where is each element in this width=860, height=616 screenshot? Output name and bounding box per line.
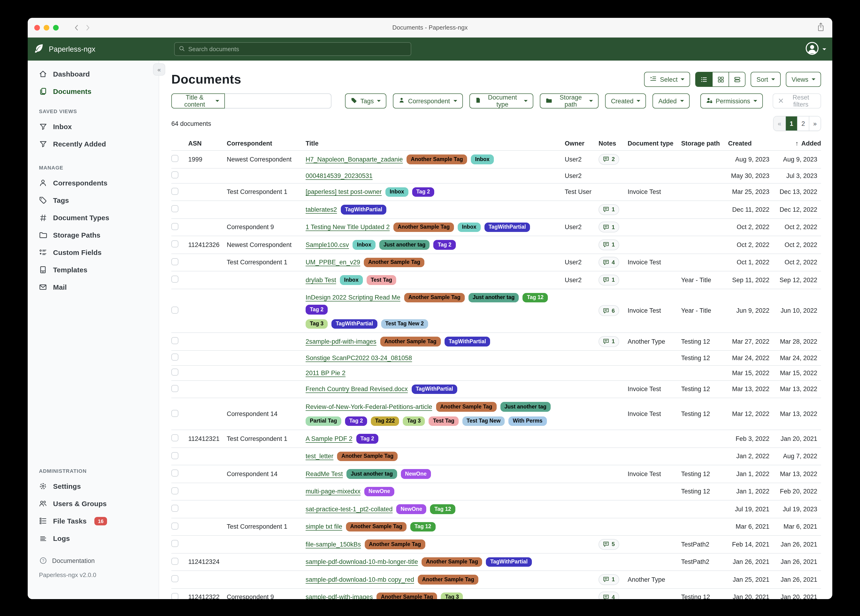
document-title-link[interactable]: file-sample_150kBs	[306, 541, 361, 548]
notes-count-badge[interactable]: 4	[598, 257, 619, 268]
row-checkbox[interactable]	[171, 240, 178, 248]
tag-badge[interactable]: Test Tag	[429, 416, 459, 426]
row-checkbox[interactable]	[171, 575, 178, 582]
row-checkbox[interactable]	[171, 223, 178, 230]
tag-badge[interactable]: Partial Tag	[306, 416, 341, 426]
sort-button[interactable]: Sort	[751, 72, 781, 87]
share-icon[interactable]	[817, 22, 825, 34]
global-search[interactable]	[174, 42, 411, 56]
document-title-link[interactable]: 0004814539_20230531	[306, 172, 372, 179]
tag-badge[interactable]: Tag 12	[430, 504, 455, 514]
row-checkbox[interactable]	[171, 410, 178, 417]
document-title-link[interactable]: H7_Napoleon_Bonaparte_zadanie	[306, 156, 403, 163]
notes-count-badge[interactable]: 1	[598, 239, 619, 250]
row-checkbox[interactable]	[171, 385, 178, 392]
document-type-filter-button[interactable]: Document type	[469, 93, 533, 108]
document-title-link[interactable]: simple txt file	[306, 523, 342, 530]
tag-badge[interactable]: NewOne	[396, 504, 427, 514]
tag-badge[interactable]: Inbox	[458, 222, 480, 232]
search-input[interactable]	[188, 46, 406, 53]
row-checkbox[interactable]	[171, 369, 178, 376]
document-title-link[interactable]: drylab Test	[306, 277, 336, 284]
sidebar-item-templates[interactable]: Templates	[28, 261, 159, 278]
notes-count-badge[interactable]: 2	[598, 154, 619, 165]
document-title-link[interactable]: French Country Bread Revised.docx	[306, 386, 408, 393]
sidebar-item-storage-paths[interactable]: Storage Paths	[28, 226, 159, 244]
row-checkbox[interactable]	[171, 540, 178, 547]
views-button[interactable]: Views	[786, 72, 821, 87]
tag-badge[interactable]: TagWithPartial	[341, 205, 386, 214]
row-checkbox[interactable]	[171, 258, 178, 265]
tag-badge[interactable]: NewOne	[401, 469, 431, 479]
document-title-link[interactable]: sample-pdf-download-10-mb-longer-title	[306, 558, 418, 566]
sidebar-item-correspondents[interactable]: Correspondents	[28, 174, 159, 192]
sidebar-item-custom-fields[interactable]: Custom Fields	[28, 244, 159, 261]
tag-badge[interactable]: Tag 2	[306, 305, 328, 314]
sidebar-item-documents[interactable]: Documents	[28, 83, 159, 100]
row-checkbox[interactable]	[171, 558, 178, 565]
document-title-link[interactable]: 1 Testing New Title Updated 2	[306, 224, 390, 231]
tags-filter-button[interactable]: Tags	[345, 93, 386, 108]
row-checkbox[interactable]	[171, 188, 178, 195]
row-checkbox[interactable]	[171, 155, 178, 162]
row-checkbox[interactable]	[171, 505, 178, 512]
notes-count-badge[interactable]: 1	[598, 204, 619, 215]
tag-badge[interactable]: Another Sample Tag	[436, 402, 496, 412]
tag-badge[interactable]: Another Sample Tag	[418, 575, 479, 584]
tag-badge[interactable]: TagWithPartial	[485, 222, 530, 232]
document-title-link[interactable]: Review-of-New-York-Federal-Petitions-art…	[306, 403, 432, 410]
document-title-link[interactable]: UM_PPBE_en_v29	[306, 259, 360, 266]
pagination-page-2[interactable]: 2	[797, 116, 809, 130]
tag-badge[interactable]: Another Sample Tag	[380, 337, 441, 346]
document-title-link[interactable]: test_letter	[306, 453, 334, 460]
view-list-button[interactable]	[696, 72, 712, 86]
tag-badge[interactable]: Another Sample Tag	[337, 451, 398, 461]
pagination-next-button[interactable]: »	[809, 116, 821, 130]
owner-header[interactable]: Owner	[565, 138, 598, 151]
documentation-link[interactable]: ? Documentation	[28, 553, 159, 568]
created-filter-button[interactable]: Created	[605, 93, 646, 108]
document-title-link[interactable]: sample-pdf-with-images	[306, 594, 373, 599]
sidebar-item-tags[interactable]: Tags	[28, 192, 159, 209]
row-checkbox[interactable]	[171, 171, 178, 178]
sidebar-collapse-button[interactable]: «	[153, 63, 165, 75]
notes-header[interactable]: Notes	[598, 138, 628, 151]
notes-count-badge[interactable]: 4	[598, 592, 619, 599]
tag-badge[interactable]: Another Sample Tag	[393, 222, 454, 232]
tag-badge[interactable]: Another Sample Tag	[377, 592, 437, 599]
tag-badge[interactable]: Tag 2	[412, 187, 434, 197]
tag-badge[interactable]: Another Sample Tag	[422, 557, 482, 567]
title-content-filter-button[interactable]: Title & content	[171, 93, 225, 108]
sidebar-item-dashboard[interactable]: Dashboard	[28, 65, 159, 83]
notes-count-badge[interactable]: 1	[598, 574, 619, 585]
tag-badge[interactable]: Inbox	[471, 154, 494, 164]
row-checkbox[interactable]	[171, 470, 178, 477]
document-title-link[interactable]: InDesign 2022 Scripting Read Me	[306, 294, 400, 301]
row-checkbox[interactable]	[171, 206, 178, 212]
row-checkbox[interactable]	[171, 593, 178, 599]
document-title-link[interactable]: tablerates2	[306, 206, 337, 213]
notes-count-badge[interactable]: 5	[598, 539, 619, 550]
row-checkbox[interactable]	[171, 452, 178, 459]
document-type-header[interactable]: Document type	[628, 138, 681, 151]
sidebar-item-logs[interactable]: Logs	[28, 530, 159, 547]
document-title-link[interactable]: Sonstige ScanPC2022 03-24_081058	[306, 354, 412, 361]
sidebar-item-file-tasks[interactable]: File Tasks 16	[28, 512, 159, 530]
created-header[interactable]: Created	[728, 138, 773, 151]
sidebar-item-document-types[interactable]: Document Types	[28, 209, 159, 226]
tag-badge[interactable]: Tag 12	[410, 522, 435, 531]
document-title-link[interactable]: [paperless] test post-owner	[306, 189, 381, 196]
tag-badge[interactable]: TagWithPartial	[411, 384, 457, 394]
tag-badge[interactable]: Just another tag	[379, 240, 430, 250]
document-title-link[interactable]: ReadMe Test	[306, 470, 343, 478]
title-content-input[interactable]	[225, 93, 331, 108]
tag-badge[interactable]: Test Tag	[366, 275, 396, 285]
tag-badge[interactable]: Tag 2	[356, 434, 378, 443]
notes-count-badge[interactable]: 1	[598, 222, 619, 233]
tag-badge[interactable]: Just another tag	[469, 293, 519, 302]
document-title-link[interactable]: multi-page-mixedxx	[306, 488, 361, 495]
document-title-link[interactable]: Sample100.csv	[306, 241, 349, 248]
permissions-filter-button[interactable]: Permissions	[700, 93, 763, 108]
brand[interactable]: Paperless-ngx	[34, 43, 95, 55]
view-cards-button[interactable]	[729, 72, 745, 86]
